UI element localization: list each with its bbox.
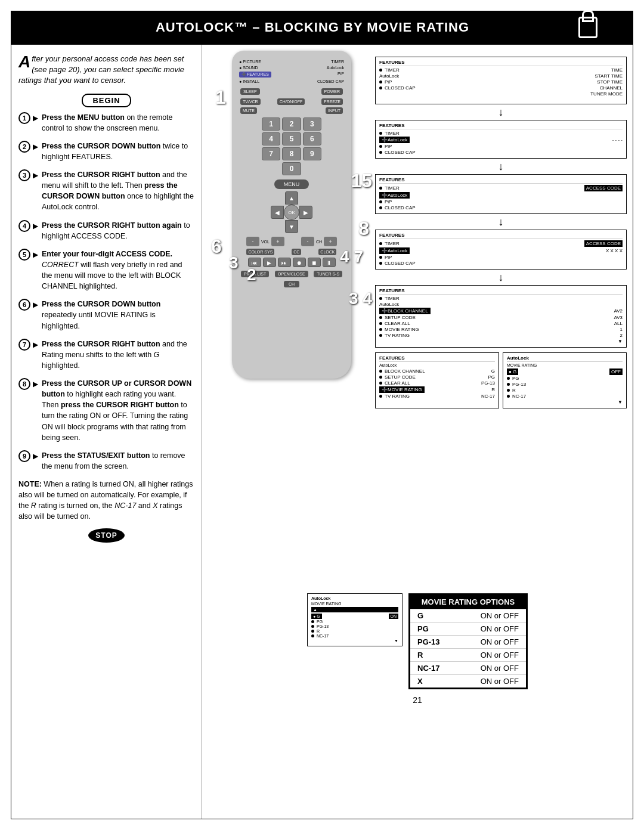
arrow-down-btn[interactable]: ▼ [285, 220, 298, 233]
screen-1: FEATURES TIMERTIME AutoLockSTART TIME Pi… [375, 57, 627, 104]
ch-minus-btn[interactable]: - [301, 237, 314, 246]
mrt-row-pg: PG ON or OFF [410, 622, 526, 635]
screen-bottom: AutoLock MOVIE RATING ▲ ● GON PG PG-13 R… [307, 593, 402, 646]
cc-btn[interactable]: CC [292, 249, 301, 255]
step-1-text: Press the MENU button on the remote cont… [42, 112, 194, 134]
btn-7[interactable]: 7 [262, 147, 280, 160]
step-5-text: Enter your four-digit ACCESS CODE. CORRE… [42, 249, 194, 292]
btn-3[interactable]: 3 [303, 117, 321, 131]
lock-icon [578, 17, 597, 38]
step-2-text: Press the CURSOR DOWN button twice to hi… [42, 141, 194, 162]
btn-0[interactable]: 0 [282, 162, 301, 175]
screen-6b: AutoLock MOVIE RATING ● GOFF PG PG-13 R … [503, 352, 627, 408]
btn-2[interactable]: 2 [282, 117, 301, 131]
panels-wrap: FEATURES TIMERTIME AutoLockSTART TIME Pi… [375, 51, 627, 587]
pause-btn[interactable]: ⏸ [323, 258, 336, 267]
step-3-text: Press the CURSOR RIGHT button and the me… [42, 169, 194, 213]
tuner-s-btn[interactable]: TUNER S-S [314, 271, 342, 277]
play-btn[interactable]: ▶ [263, 258, 276, 267]
color-sys-btn[interactable]: COLOR SYS [246, 249, 274, 255]
mrt-row-g: G ON or OFF [410, 609, 526, 622]
btn-6[interactable]: 6 [303, 132, 321, 145]
menu-btn[interactable]: MENU [274, 179, 309, 189]
btn-9[interactable]: 9 [303, 147, 321, 160]
screen-2: FEATURES TIMER ➕AutoLock- - - - PiP CLOS… [375, 120, 627, 159]
input-btn[interactable]: INPUT [326, 107, 343, 114]
step-1-circle: 1 [18, 112, 30, 124]
mrt-header: MOVIE RATING OPTIONS [410, 595, 526, 609]
arrow-left-btn[interactable]: ◀ [271, 206, 284, 219]
arrow-1-2: ↓ [375, 107, 627, 117]
arrow-3-4: ↓ [375, 216, 627, 227]
ff-btn[interactable]: ⏭ [278, 258, 291, 267]
arrow-right-btn[interactable]: ▶ [299, 206, 312, 219]
arrow-center-btn[interactable]: OK [284, 205, 299, 220]
remote-top-labels: ● PICTURE TIMER [238, 60, 345, 64]
step-6-text: Press the CURSOR DOWN button repeatedly … [42, 299, 194, 331]
bottom-screens: AutoLock MOVIE RATING ▲ ● GON PG PG-13 R… [307, 593, 402, 646]
step-2-circle: 2 [18, 141, 30, 153]
vol-minus-btn[interactable]: - [246, 237, 259, 246]
right-panel: 1 6 3 2 15 8 4 7 3 4 ● PICTURE TIMER ● S… [202, 45, 633, 819]
step-8: 8 ▶ Press the CURSOR UP or CURSOR DOWN b… [18, 378, 194, 443]
bottom-section: AutoLock MOVIE RATING ▲ ● GON PG PG-13 R… [208, 593, 627, 689]
step-2: 2 ▶ Press the CURSOR DOWN button twice t… [18, 141, 194, 162]
remote-control: ● PICTURE TIMER ● SOUND AutoLock ➕FEATUR… [232, 51, 351, 379]
left-panel: A fter your personal access code has bee… [11, 45, 202, 819]
intro-body: fter your personal access code has been … [18, 54, 184, 85]
page-number: 21 [208, 689, 627, 708]
step-9-text: Press the STATUS/EXIT but­ton to remove … [42, 450, 194, 472]
step-4-circle: 4 [18, 220, 30, 232]
open-close-btn[interactable]: OPEN/CLOSE [275, 271, 308, 277]
main-content: A fter your personal access code has bee… [11, 44, 633, 819]
intro-big-letter: A [18, 54, 30, 70]
step-3: 3 ▶ Press the CURSOR RIGHT button and th… [18, 169, 194, 213]
clock-btn[interactable]: CLOCK [318, 249, 336, 255]
power-btn[interactable]: POWER [321, 88, 343, 95]
screen-4-title: FEATURES [379, 233, 623, 239]
sleep-btn[interactable]: SLEEP [240, 88, 260, 95]
callout-6: 6 [211, 236, 222, 258]
btn-4[interactable]: 4 [262, 132, 280, 145]
step-6: 6 ▶ Press the CURSOR DOWN button repeate… [18, 299, 194, 331]
step-8-text: Press the CURSOR UP or CURSOR DOWN butto… [42, 378, 194, 443]
mute-btn[interactable]: MUTE [240, 107, 257, 114]
mrt-row-nc17: NC-17 ON or OFF [410, 661, 526, 674]
step-9: 9 ▶ Press the STATUS/EXIT but­ton to rem… [18, 450, 194, 472]
stop-btn[interactable]: ⏹ [308, 258, 321, 267]
callout-15: 15 [351, 170, 372, 192]
rec-btn[interactable]: ⏺ [293, 258, 306, 267]
remote-wrap: 1 6 3 2 15 8 4 7 3 4 ● PICTURE TIMER ● S… [208, 51, 375, 587]
num-pad: 1 2 3 4 5 6 7 8 9 0 [262, 117, 321, 175]
vol-plus-btn[interactable]: + [271, 237, 284, 246]
ch-down-bottom-btn[interactable]: CH [284, 281, 299, 287]
step-7-circle: 7 [18, 339, 30, 351]
ch-plus-btn[interactable]: + [324, 237, 337, 246]
vol-ch-row: - VOL + - CH + [238, 237, 345, 246]
screen-3-title: FEATURES [379, 177, 623, 184]
step-4: 4 ▶ Press the CURSOR RIGHT button again … [18, 220, 194, 241]
on-off-btn[interactable]: CH/ON/OFF [277, 98, 305, 105]
screens-6-row: FEATURES AutoLock BLOCK CHANNELG SETUP C… [375, 352, 627, 408]
callout-8: 8 [358, 218, 369, 240]
btn-1[interactable]: 1 [262, 117, 280, 131]
page-header: AUTOLOCK™ – BLOCKING BY MOVIE RATING [0, 11, 644, 44]
freeze-btn[interactable]: FREEZE [321, 98, 343, 105]
btn-5[interactable]: 5 [282, 132, 301, 145]
screen-4: FEATURES TIMERACCESS CODE ➕AutoLockX X X… [375, 230, 627, 270]
note-section: NOTE: When a rating is turned ON, all hi… [18, 479, 194, 522]
step-7-text: Press the CURSOR RIGHT button and the Ra… [42, 339, 194, 371]
step-1: 1 ▶ Press the MENU button on the remote … [18, 112, 194, 134]
mrt-row-r: R ON or OFF [410, 648, 526, 661]
step-5-circle: 5 [18, 249, 30, 261]
begin-badge: BEGIN [82, 94, 131, 107]
arrow-up-btn[interactable]: ▲ [285, 191, 298, 205]
screen-5: FEATURES TIMER AutoLock ➕BLOCK CHANNELAV… [375, 285, 627, 348]
btn-8[interactable]: 8 [282, 147, 301, 160]
step-5: 5 ▶ Enter your four-digit ACCESS CODE. C… [18, 249, 194, 292]
tv-vcr-btn[interactable]: TV/VCR [240, 98, 261, 105]
stop-badge: STOP [88, 528, 124, 543]
mrt-row-pg13: PG-13 ON or OFF [410, 635, 526, 648]
screen-2-title: FEATURES [379, 123, 623, 129]
step-6-circle: 6 [18, 299, 30, 311]
